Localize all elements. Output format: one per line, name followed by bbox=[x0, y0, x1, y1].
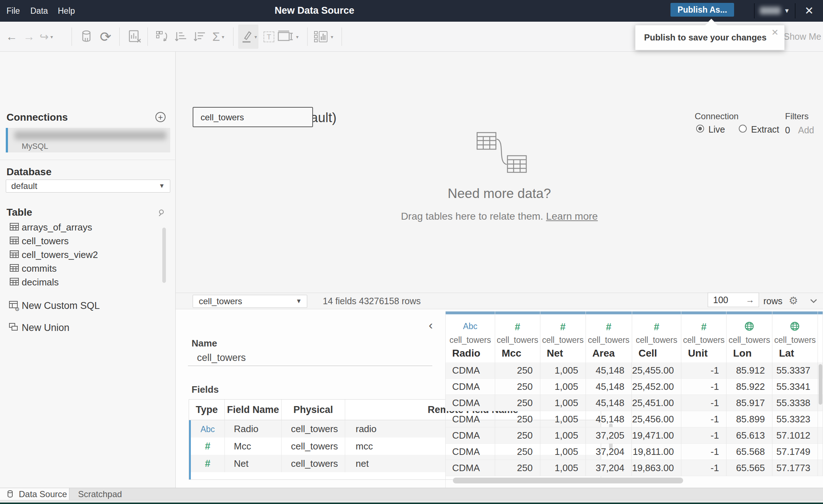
grid-data-row[interactable]: CDMA2501,00545,14825,452.00-185.92255.33… bbox=[446, 379, 823, 395]
grid-column-table: cell_towers bbox=[495, 335, 540, 345]
connection-section-label: Connection bbox=[695, 111, 738, 121]
highlight-icon[interactable]: ▾ bbox=[238, 25, 258, 49]
publish-as-button[interactable]: Publish As... bbox=[670, 3, 734, 17]
grid-column-table: cell_towers bbox=[586, 335, 632, 345]
toolbar-divider bbox=[233, 27, 233, 46]
table-list-item-cell_towers_view2[interactable]: cell_towers_view2 bbox=[0, 247, 161, 261]
grid-cell: 65.568 bbox=[726, 444, 772, 460]
toolbar-divider bbox=[307, 27, 308, 46]
new-custom-sql-button[interactable]: ⚙ New Custom SQL bbox=[0, 298, 161, 313]
grid-vertical-scrollbar[interactable] bbox=[819, 364, 822, 405]
text-box-icon[interactable]: T bbox=[261, 22, 277, 52]
table-list-item-decimals[interactable]: decimals bbox=[0, 275, 161, 289]
row-count-input[interactable]: 100 → bbox=[708, 293, 759, 307]
extract-radio-label[interactable]: Extract bbox=[751, 124, 779, 135]
table-list-item-commits[interactable]: commits bbox=[0, 261, 161, 275]
name-input-underline bbox=[188, 366, 432, 366]
tooltip-close-icon[interactable]: ✕ bbox=[771, 27, 779, 38]
search-tables-icon[interactable] bbox=[158, 210, 166, 217]
learn-more-link[interactable]: Learn more bbox=[546, 211, 598, 222]
user-menu-caret-icon[interactable]: ▾ bbox=[785, 6, 789, 15]
menu-data[interactable]: Data bbox=[27, 0, 52, 22]
sort-ascending-icon[interactable] bbox=[173, 22, 189, 52]
grid-cell: -1 bbox=[681, 395, 726, 411]
back-icon[interactable]: ← bbox=[4, 22, 20, 52]
grid-column-table: cell_towers bbox=[726, 335, 772, 345]
grid-column-header-area[interactable]: #cell_towersArea bbox=[586, 311, 632, 362]
empty-state-body: Drag tables here to relate them. Learn m… bbox=[176, 211, 823, 222]
grid-column-table: cell_towers bbox=[772, 335, 818, 345]
grid-horizontal-scrollbar[interactable] bbox=[453, 478, 683, 483]
table-list-item-arrays_of_arrays[interactable]: arrays_of_arrays bbox=[0, 220, 161, 234]
connection-item[interactable]: MySQL bbox=[6, 128, 170, 152]
swap-rows-columns-icon[interactable] bbox=[153, 22, 171, 52]
table-icon bbox=[10, 223, 19, 231]
show-me-toggle[interactable]: Show Me bbox=[784, 22, 821, 52]
grid-column-header-cell[interactable]: #cell_towersCell bbox=[632, 311, 682, 362]
grid-data-row[interactable]: CDMA2501,00545,14825,451.00-185.91755.33… bbox=[446, 395, 823, 411]
left-pane: Connections + MySQL Database default ▼ T… bbox=[0, 52, 176, 488]
grid-column-header-lat[interactable]: cell_towersLat bbox=[772, 311, 818, 362]
fit-width-icon[interactable]: ▾ bbox=[278, 22, 299, 52]
grid-column-name: Lat bbox=[779, 348, 794, 359]
close-window-icon[interactable]: ✕ bbox=[805, 4, 814, 17]
sidebar-scrollbar[interactable] bbox=[162, 228, 166, 283]
grid-column-name: Area bbox=[592, 348, 615, 359]
collapse-metadata-icon[interactable]: ‹ bbox=[429, 319, 433, 330]
grid-cell: 250 bbox=[495, 379, 540, 395]
grid-cell: 19,811.00 bbox=[632, 444, 681, 460]
table-list-item-cell_towers[interactable]: cell_towers bbox=[0, 234, 161, 247]
grid-data-row[interactable]: CDMA2501,00545,14825,456.00-185.89955.33… bbox=[446, 411, 823, 427]
gear-icon[interactable]: ⚙ bbox=[789, 294, 798, 307]
totals-sigma-icon[interactable]: Σ▾ bbox=[210, 22, 226, 52]
menu-file[interactable]: File bbox=[3, 0, 23, 22]
grid-column-header-radio[interactable]: Abccell_towersRadio bbox=[446, 311, 495, 362]
table-header: Table bbox=[7, 207, 32, 218]
grid-column-header-mcc[interactable]: #cell_towersMcc bbox=[495, 311, 540, 362]
fields-column-header: Type bbox=[189, 400, 225, 420]
grid-data-row[interactable]: CDMA2501,00537,20519,471.00-165.61357.10… bbox=[446, 427, 823, 444]
database-select[interactable]: default ▼ bbox=[6, 180, 170, 193]
grid-column-name: Lon bbox=[733, 348, 751, 359]
grid-cell: -1 bbox=[681, 411, 726, 427]
grid-cell: 55.3337 bbox=[772, 362, 818, 379]
live-radio[interactable] bbox=[696, 125, 704, 133]
name-input[interactable]: cell_towers bbox=[197, 352, 246, 363]
live-radio-label[interactable]: Live bbox=[708, 124, 725, 135]
filters-add-link[interactable]: Add bbox=[798, 125, 814, 135]
grid-column-header-unit[interactable]: #cell_towersUnit bbox=[681, 311, 726, 362]
grid-data-row[interactable]: CDMA2501,00537,20419,811.00-165.56857.17… bbox=[446, 444, 823, 460]
sort-descending-icon[interactable] bbox=[192, 22, 208, 52]
clear-sheet-icon[interactable] bbox=[126, 22, 144, 52]
extract-radio[interactable] bbox=[739, 125, 747, 133]
add-connection-icon[interactable]: + bbox=[155, 112, 166, 122]
grid-cell: 85.922 bbox=[726, 379, 772, 395]
menu-help[interactable]: Help bbox=[54, 0, 78, 22]
grid-cell: 45,148 bbox=[586, 411, 632, 427]
new-union-button[interactable]: New Union bbox=[0, 320, 161, 335]
pause-data-source-icon[interactable] bbox=[79, 22, 95, 52]
grid-cell: -1 bbox=[681, 460, 726, 476]
svg-text:⚙: ⚙ bbox=[15, 306, 20, 311]
grid-column-header-net[interactable]: #cell_towersNet bbox=[540, 311, 586, 362]
refresh-data-source-icon[interactable]: ⟳ bbox=[97, 22, 114, 52]
toolbar-divider bbox=[342, 27, 342, 46]
tab-data-source[interactable]: Data Source bbox=[0, 488, 69, 500]
apply-row-count-icon[interactable]: → bbox=[746, 293, 754, 307]
preview-table-select[interactable]: cell_towers ▼ bbox=[193, 295, 307, 308]
grid-cell: 25,451.00 bbox=[632, 395, 681, 411]
tooltip-text: Publish to save your changes bbox=[644, 33, 767, 43]
grid-cell: 19,471.00 bbox=[632, 427, 681, 444]
redo-icon[interactable]: ↪▾ bbox=[38, 22, 54, 52]
grid-data-row[interactable]: CDMA2501,00537,20419,863.00-165.56557.17… bbox=[446, 460, 823, 476]
grid-cell: 55.3323 bbox=[772, 411, 818, 427]
grid-data-row[interactable]: CDMA2501,00545,14825,455.00-185.91255.33… bbox=[446, 362, 823, 379]
table-node-cell-towers[interactable]: cell_towers bbox=[193, 107, 313, 127]
collapse-preview-icon[interactable] bbox=[809, 294, 818, 310]
show-me-alternatives-icon[interactable]: ▾ bbox=[313, 22, 334, 52]
grid-column-header-lon[interactable]: cell_towersLon bbox=[726, 311, 772, 362]
forward-icon[interactable]: → bbox=[21, 22, 37, 52]
grid-cell: 57.1012 bbox=[772, 427, 818, 444]
grid-cell: CDMA bbox=[446, 362, 495, 379]
table-icon bbox=[10, 250, 19, 259]
